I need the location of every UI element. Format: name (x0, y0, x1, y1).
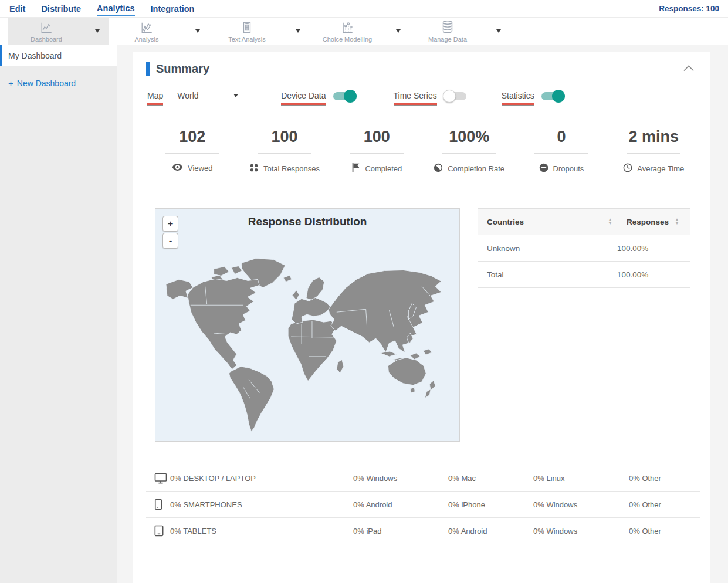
time-series-label: Time Series (394, 91, 437, 105)
chevron-down-icon (233, 94, 238, 97)
chevron-down-icon[interactable] (296, 29, 300, 33)
device-data-label: Device Data (281, 91, 326, 105)
stat-label: Completed (365, 164, 402, 173)
section-title: Summary (156, 62, 209, 76)
map-region-select[interactable]: World (177, 91, 238, 105)
device-cell: 0% iPad (353, 527, 448, 535)
map-region-value: World (177, 91, 198, 100)
dots-grid-icon (249, 163, 259, 174)
clock-icon (623, 163, 632, 174)
zoom-out-button[interactable]: - (162, 233, 178, 249)
database-icon (441, 20, 455, 34)
device-cell: 0% Other (629, 474, 700, 483)
toolbar-choice-modelling[interactable]: Choice Modelling (309, 18, 409, 45)
toggle-knob (344, 90, 357, 103)
half-circle-icon (434, 163, 443, 174)
country-cell: Unknown (487, 244, 617, 253)
chevron-down-icon[interactable] (95, 29, 100, 33)
device-cell: 0% Windows (533, 500, 629, 509)
toolbar-analysis[interactable]: Analysis (109, 18, 209, 45)
stat-label: Completion Rate (448, 164, 504, 173)
nav-analytics[interactable]: Analytics (97, 1, 134, 16)
stats-row: 102 Viewed 100 (146, 128, 700, 174)
section-accent-bar (146, 62, 150, 76)
analytics-toolbar: Dashboard Analysis Text Analysis Choice … (0, 18, 728, 45)
area-chart-icon (140, 20, 154, 34)
sort-icon[interactable]: ▲▼ (608, 218, 612, 225)
responses-cell: 100.00% (617, 270, 684, 279)
smartphone-icon (146, 499, 170, 510)
stat-label: Total Responses (263, 164, 320, 173)
stat-value: 0 (515, 128, 607, 146)
toolbar-text-analysis[interactable]: Text Analysis (209, 18, 309, 45)
nav-distribute[interactable]: Distribute (41, 2, 81, 15)
world-map[interactable] (155, 245, 459, 439)
countries-header-label[interactable]: Countries (487, 218, 524, 226)
stat-value: 100 (331, 128, 423, 146)
plus-icon: + (8, 78, 13, 88)
chevron-down-icon[interactable] (396, 29, 401, 33)
device-cell: 0% Other (629, 527, 700, 535)
countries-table-header: Countries ▲▼ Responses ▲▼ (478, 208, 690, 235)
toolbar-dashboard[interactable]: Dashboard (8, 18, 109, 45)
summary-controls: Map World Device Data Time Series St (146, 91, 700, 105)
table-row: Total 100.00% (478, 262, 690, 288)
map-label: Map (147, 91, 163, 105)
nav-edit[interactable]: Edit (9, 2, 25, 15)
statistics-toggle[interactable] (541, 92, 564, 100)
document-table-icon (240, 20, 254, 34)
chevron-up-icon[interactable] (683, 63, 694, 74)
device-category: 0% SMARTPHONES (170, 500, 353, 509)
device-cell: 0% iPhone (448, 500, 533, 509)
toggle-knob (552, 90, 565, 103)
nav-integration[interactable]: Integration (151, 2, 195, 15)
new-dashboard-label: New Dashboard (17, 79, 76, 88)
toolbar-manage-data[interactable]: Manage Data (409, 18, 510, 45)
stat-completion-rate: 100% Completion Rate (423, 128, 515, 174)
device-data-toggle[interactable] (333, 92, 355, 100)
toolbar-item-label: Dashboard (31, 36, 62, 43)
toggle-knob (443, 90, 456, 103)
zoom-in-button[interactable]: + (162, 216, 178, 232)
table-row: 0% DESKTOP / LAPTOP 0% Windows 0% Mac 0%… (146, 465, 700, 492)
summary-panel: Summary Map World Device Data (133, 52, 710, 583)
responses-cell: 100.00% (617, 244, 684, 253)
chevron-down-icon[interactable] (195, 29, 200, 33)
eye-icon (172, 163, 183, 173)
response-distribution-map[interactable]: Response Distribution + - (155, 208, 460, 442)
section-divider (146, 117, 700, 117)
stat-value: 102 (146, 128, 238, 146)
top-nav: Edit Distribute Analytics Integration Re… (0, 0, 728, 18)
stat-viewed: 102 Viewed (146, 128, 238, 174)
toolbar-item-label: Text Analysis (228, 36, 266, 43)
device-cell: 0% Windows (353, 474, 448, 483)
device-cell: 0% Other (629, 500, 700, 509)
responses-count[interactable]: Responses: 100 (659, 4, 719, 13)
device-cell: 0% Android (448, 527, 533, 535)
device-cell: 0% Linux (533, 474, 629, 483)
sort-icon[interactable]: ▲▼ (675, 218, 679, 225)
line-chart-icon (39, 20, 53, 34)
new-dashboard-button[interactable]: + New Dashboard (8, 78, 117, 88)
stat-total-responses: 100 Total Responses (238, 128, 330, 174)
responses-header-label[interactable]: Responses (627, 218, 669, 226)
sidebar-item-my-dashboard[interactable]: My Dashboard (0, 45, 117, 66)
scatter-chart-icon (340, 20, 354, 34)
stat-label: Dropouts (553, 164, 584, 173)
device-category: 0% DESKTOP / LAPTOP (170, 474, 353, 483)
stat-value: 100% (423, 128, 515, 146)
stat-label: Viewed (188, 164, 212, 172)
desktop-icon (146, 473, 170, 484)
time-series-toggle[interactable] (444, 92, 466, 100)
dashboard-sidebar: My Dashboard + New Dashboard (0, 45, 117, 583)
stat-label: Average Time (637, 164, 684, 173)
device-cell: 0% Android (353, 500, 448, 509)
toolbar-item-label: Analysis (135, 36, 159, 43)
statistics-label: Statistics (502, 91, 534, 105)
chevron-down-icon[interactable] (496, 29, 501, 33)
table-row: 0% SMARTPHONES 0% Android 0% iPhone 0% W… (146, 492, 700, 518)
stat-dropouts: 0 Dropouts (515, 128, 607, 174)
stat-value: 2 mins (608, 128, 700, 146)
toolbar-item-label: Choice Modelling (323, 36, 372, 43)
stat-completed: 100 Completed (331, 128, 423, 174)
